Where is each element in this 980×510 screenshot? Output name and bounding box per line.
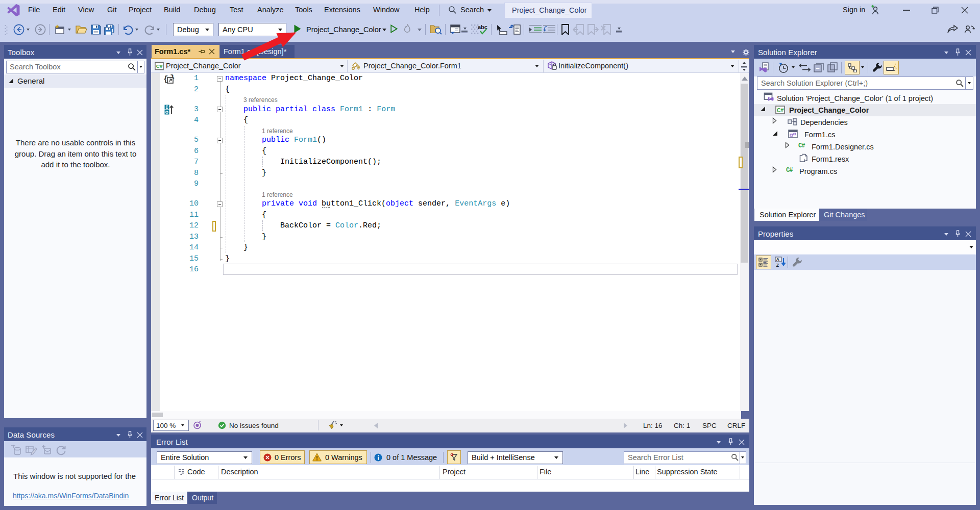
svg-text:A: A — [776, 257, 780, 262]
svg-text:C#: C# — [777, 107, 784, 113]
svg-text:C#: C# — [156, 63, 163, 69]
svg-text:Z: Z — [776, 263, 779, 268]
